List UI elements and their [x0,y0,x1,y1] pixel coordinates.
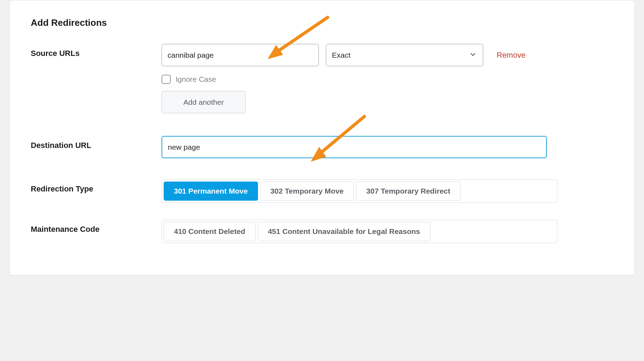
row-destination-url: Destination URL [31,136,613,158]
maintenance-code-body: 410 Content Deleted 451 Content Unavaila… [162,220,557,243]
source-body: Remove Ignore Case Add another [162,44,557,113]
source-line: Remove [162,44,557,66]
redirect-307-button[interactable]: 307 Temporary Redirect [356,182,461,201]
row-maintenance-code: Maintenance Code 410 Content Deleted 451… [31,220,613,243]
redirect-302-button[interactable]: 302 Temporary Move [260,182,354,201]
source-url-input[interactable] [162,44,319,66]
add-another-button[interactable]: Add another [162,91,246,113]
destination-body [162,136,557,158]
ignore-case-checkbox[interactable] [162,75,171,84]
remove-link[interactable]: Remove [497,51,526,60]
label-destination-url: Destination URL [31,136,162,150]
redirection-type-body: 301 Permanent Move 302 Temporary Move 30… [162,179,557,203]
maintenance-code-group: 410 Content Deleted 451 Content Unavaila… [162,220,557,243]
label-maintenance-code: Maintenance Code [31,220,162,234]
label-redirection-type: Redirection Type [31,179,162,194]
row-source-urls: Source URLs Remove Ignore Case Add anoth… [31,44,613,113]
maintenance-451-button[interactable]: 451 Content Unavailable for Legal Reason… [258,222,431,241]
redirections-panel: Add Redirections Source URLs Remove Igno… [9,0,635,275]
row-redirection-type: Redirection Type 301 Permanent Move 302 … [31,179,613,203]
ignore-case-row: Ignore Case [162,75,557,84]
ignore-case-label: Ignore Case [176,75,216,84]
section-title: Add Redirections [31,17,613,28]
match-type-select-wrap [326,44,483,66]
maintenance-410-button[interactable]: 410 Content Deleted [164,222,256,241]
destination-url-input[interactable] [162,136,547,158]
redirection-type-group: 301 Permanent Move 302 Temporary Move 30… [162,179,557,203]
label-source-urls: Source URLs [31,44,162,58]
match-type-select[interactable] [326,44,483,66]
redirect-301-button[interactable]: 301 Permanent Move [164,182,258,201]
